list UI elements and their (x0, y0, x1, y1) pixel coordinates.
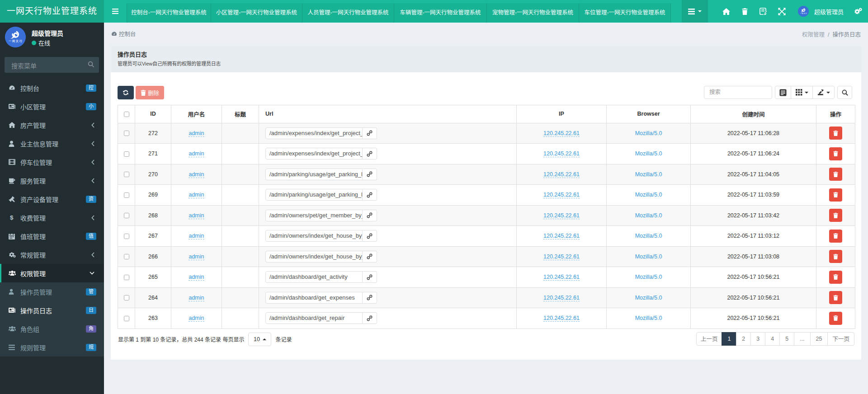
svg-text:一 网 天 行: 一 网 天 行 (9, 39, 22, 43)
svg-text:一 网 天 行: 一 网 天 行 (800, 12, 807, 14)
svg-text:$: $ (10, 214, 14, 221)
